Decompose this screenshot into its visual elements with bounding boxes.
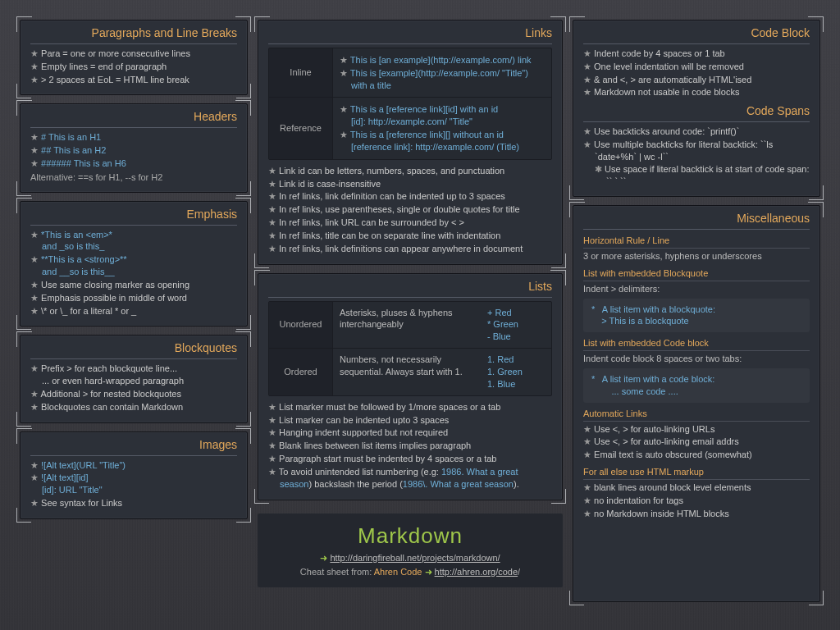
bullet: Use <, > for auto-linking email addrs [583,436,810,448]
subhead: List with embedded Code block [583,337,810,351]
left-column: Paragraphs and Line Breaks Para = one or… [20,20,248,610]
card-misc: Miscellaneous Horizontal Rule / Line 3 o… [573,205,820,602]
bullet: Hanging indent supported but not require… [268,427,552,439]
bullet: In ref links, link definitions can appea… [268,243,552,255]
card-title: Code Block [583,25,810,44]
row-label: Reference [269,98,333,158]
card-title: Code Spans [583,103,810,122]
bullet: # This is an H1 [30,131,237,144]
bullet: Use same closing marker as opening [30,279,237,291]
author-link[interactable]: http://ahren.org/code [435,567,518,577]
bullet: This is a [reference link][id] with an i… [340,103,545,128]
bullet: Link id is case-insensitive [268,178,552,190]
bullet: Para = one or more consecutive lines [30,48,237,60]
bullet: This is [an example](http://example.com/… [340,54,545,66]
desc: Asterisks, pluses & hyphens interchangea… [333,302,481,349]
subhead: For all else use HTML markup [583,466,810,480]
links-table: Inline This is [an example](http://examp… [268,48,552,160]
bullet: ![Alt text][id][id]: URL "Title" [30,472,237,496]
card-links: Links Inline This is [an example](http:/… [258,20,563,265]
bullet: Additional > for nested blockquotes [30,388,237,400]
bullet: Link id can be letters, numbers, spaces,… [268,165,552,177]
card-title: Emphasis [30,207,237,226]
card-blockquotes: Blockquotes Prefix > for each blockquote… [20,335,248,422]
subtext: Indent > delimiters: [583,283,810,295]
card-images: Images ![Alt text](URL "Title") ![Alt te… [20,431,248,519]
subhead: Horizontal Rule / Line [583,235,810,249]
example: + Red * Green - Blue [481,302,551,349]
desc: Numbers, not necessarily sequential. Alw… [333,349,481,395]
row-label: Ordered [269,349,333,395]
bullet: See syntax for Links [30,497,237,509]
brand-title: Markdown [267,522,553,550]
card-title: Links [268,25,552,44]
bullet: In ref links, link URL can be surrounded… [268,217,552,229]
brand-footer: Markdown ➜ http://daringfireball.net/pro… [258,514,563,588]
card-title: Images [30,437,237,456]
middle-column: Links Inline This is [an example](http:/… [248,20,573,610]
subhead: List with embedded Blockquote [583,267,810,281]
bullet: List marker must be followed by 1/more s… [268,401,552,413]
card-title: Lists [268,279,552,298]
card-title: Miscellaneous [583,211,810,230]
code-snippet: * A list item with a blockquote: > This … [583,299,810,333]
example: 1. Red 1. Green 1. Blue [481,349,551,395]
bullet: Use <, > for auto-linking URLs [583,423,810,436]
bullet: ## This is an H2 [30,144,237,157]
bullet: Markdown not usable in code blocks [583,86,810,98]
bullet: This is [example](http://example.com/ "T… [340,67,545,92]
bullet: Empty lines = end of paragraph [30,61,237,73]
card-title: Headers [30,109,237,128]
arrow-icon: ➜ [425,567,435,577]
bullet: Blank lines between list items implies p… [268,440,552,452]
bullet: > 2 spaces at EoL = HTML line break [30,74,237,86]
card-title: Blockquotes [30,340,237,359]
bullet: ![Alt text](URL "Title") [30,459,237,472]
bullet: In ref links, title can be on separate l… [268,230,552,242]
subtext: 3 or more asterisks, hyphens or undersco… [583,250,810,262]
bullet: To avoid unintended list numbering (e.g:… [268,466,552,491]
row-label: Inline [269,48,333,98]
bullet: Use multiple backticks for literal backt… [583,139,810,187]
bullet: no Markdown inside HTML blocks [583,508,810,520]
brand-link[interactable]: http://daringfireball.net/projects/markd… [330,553,500,563]
bullet: **This is a <strong>**and __so is this__ [30,253,237,278]
card-lists: Lists Unordered Asterisks, pluses & hyph… [258,273,563,500]
bullet: & and <, > are automatically HTML'ised [583,74,810,86]
bullet: Emphasis possible in middle of word [30,292,237,304]
author-name: Ahren Code [374,567,422,577]
card-headers: Headers # This is an H1 ## This is an H2… [20,103,248,192]
bullet: no indentation for tags [583,495,810,507]
bullet: Use backticks around code: `printf()` [583,126,810,138]
bullet: This is a [reference link][] without an … [340,129,545,153]
subtext: Indent code block 8 spaces or two tabs: [583,353,810,365]
card-code: Code Block Indent code by 4 spaces or 1 … [573,20,820,197]
bullet: Paragraph start must be indented by 4 sp… [268,453,552,465]
note: Alternative: ==s for H1, --s for H2 [30,171,237,184]
cheatsheet-page: Paragraphs and Line Breaks Para = one or… [0,0,840,630]
arrow-icon: ➜ [320,553,330,563]
bullet: Prefix > for each blockquote line...... … [30,363,237,387]
bullet: blank lines around block level elements [583,482,810,494]
card-title: Paragraphs and Line Breaks [30,25,237,44]
bullet: In ref links, use parentheses, single or… [268,203,552,216]
lists-table: Unordered Asterisks, pluses & hyphens in… [268,301,552,396]
card-emphasis: Emphasis *This is an <em>*and _so is thi… [20,201,248,327]
bullet: *This is an <em>*and _so is this_ [30,229,237,253]
bullet: Email text is auto obscured (somewhat) [583,449,810,461]
bullet: \* or \_ for a literal * or _ [30,305,237,317]
subhead: Automatic Links [583,408,810,422]
sub-bullet: Use space if literal backtick is at star… [595,163,810,188]
bullet: List marker can be indented upto 3 space… [268,414,552,427]
right-column: Code Block Indent code by 4 spaces or 1 … [573,20,820,610]
bullet: ###### This is an H6 [30,158,237,170]
bullet: Indent code by 4 spaces or 1 tab [583,48,810,60]
bullet: Blockquotes can contain Markdown [30,401,237,413]
row-label: Unordered [269,302,333,349]
bullet: In ref links, link definition can be ind… [268,190,552,203]
bullet: One level indentation will be removed [583,61,810,73]
code-snippet: * A list item with a code block: ... som… [583,368,810,403]
card-paragraphs: Paragraphs and Line Breaks Para = one or… [20,20,248,95]
